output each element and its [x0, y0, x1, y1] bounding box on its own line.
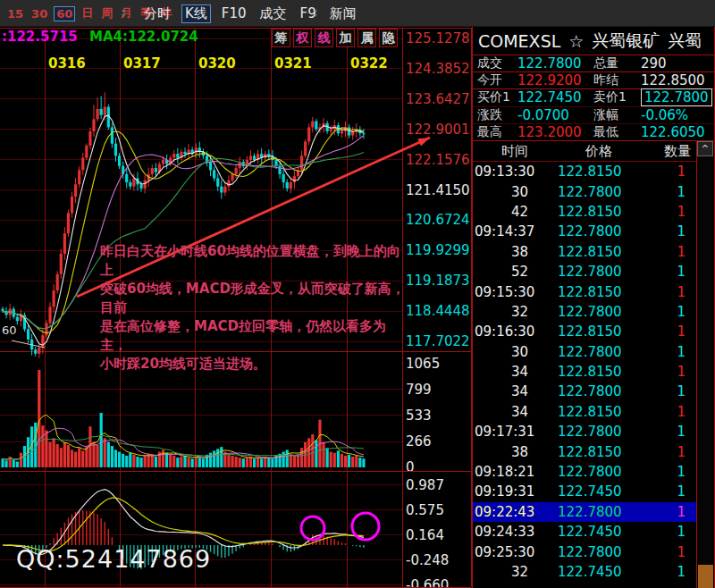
trade-row[interactable]: 09:14:37122.78001 — [473, 222, 698, 241]
quote-row: 涨跌-0.0700涨幅-0.06% — [473, 107, 714, 124]
scrollbar[interactable]: ^ — [696, 141, 713, 588]
overlay-button-list: 筹权线加属隐 — [272, 29, 398, 47]
period-15[interactable]: 15 — [5, 7, 25, 21]
period-30[interactable]: 30 — [29, 7, 49, 21]
macd-axis-label: -0.248 — [406, 552, 449, 568]
period-日[interactable]: 日 — [80, 5, 95, 21]
trade-row[interactable]: 09:24:33122.74501 — [473, 522, 698, 542]
price-axis-label: 123.6427 — [406, 91, 470, 107]
quote-panel-header: COMEXSL ☆ 兴蜀银矿 兴蜀 — [473, 27, 714, 55]
highlight-circle — [352, 513, 379, 540]
overlay-button-权[interactable]: 权 — [293, 29, 312, 47]
annotation-line: 突破60均线，MACD形成金叉，从而突破了新高，目前 — [100, 280, 409, 317]
price-axis-label: 117.7022 — [406, 333, 470, 349]
trade-row[interactable]: 38122.81501 — [473, 242, 698, 262]
trade-row[interactable]: 09:25:30122.78001 — [473, 542, 698, 561]
date-label: 0316 — [48, 55, 86, 71]
quote-label-涨跌: 涨跌 — [473, 107, 517, 123]
price-axis-label: 119.1873 — [406, 273, 470, 289]
quote-row: 今开122.9200昨结122.8500 — [473, 72, 714, 89]
trade-row[interactable]: 38122.81501 — [473, 441, 698, 461]
price-axis-label: 124.3852 — [406, 61, 470, 77]
trading-app-window: 153060日周月季年 ▴▾ 分时K线F10成交F9新闻 ▴▾ ▴▾ 125.1… — [0, 0, 715, 588]
ma-info-row: :122.5715 MA4:122.0724 筹权线加属隐 — [2, 29, 470, 50]
quote-label-今开: 今开 — [473, 72, 517, 88]
date-label: 0320 — [198, 55, 236, 71]
volume-axis-label: 1065 — [406, 356, 440, 372]
chart-area: 125.1278124.3852123.6427122.9001122.1576… — [0, 27, 472, 588]
ma4-value: MA4:122.0724 — [89, 29, 198, 45]
dropdown-arrows-icon[interactable]: ▴▾ — [349, 7, 357, 18]
trade-row[interactable]: 42122.81501 — [473, 202, 698, 222]
overlay-button-线[interactable]: 线 — [315, 29, 333, 47]
quote-label-成交: 成交 — [473, 55, 517, 71]
trade-row[interactable]: 09:15:30122.81501 — [473, 281, 698, 301]
price-axis-label: 122.1576 — [406, 152, 470, 168]
quote-label-总量: 总量 — [589, 55, 641, 71]
scroll-up-icon[interactable]: ^ — [697, 141, 713, 156]
trade-list: 09:13:30122.8150130122.7800142122.815010… — [473, 162, 698, 582]
star-icon[interactable]: ☆ — [568, 31, 584, 51]
trade-row[interactable]: 30122.78001 — [473, 181, 698, 201]
trade-row[interactable]: 52122.78001 — [473, 262, 698, 281]
overlay-button-隐[interactable]: 隐 — [379, 29, 398, 47]
trade-row[interactable]: 34122.81501 — [473, 362, 698, 382]
col-price: 价格 — [568, 143, 630, 160]
macd-axis-label: -0.660 — [406, 577, 449, 588]
quote-label-买价1: 买价1 — [473, 89, 517, 105]
volume-axis-label: 533 — [406, 407, 432, 424]
dropdown-arrows-icon[interactable]: ▴▾ — [120, 7, 127, 18]
quote-value-买价1: 122.7450 — [517, 89, 589, 105]
trade-row[interactable]: 34122.81501 — [473, 402, 698, 422]
col-time: 时间 — [473, 143, 528, 160]
period-60[interactable]: 60 — [54, 6, 75, 21]
view-F10[interactable]: F10 — [219, 5, 249, 21]
trade-row[interactable]: 09:17:31122.78001 — [473, 422, 698, 441]
quote-label-昨结: 昨结 — [589, 72, 641, 88]
trade-row[interactable]: 09:19:31122.74501 — [473, 482, 698, 501]
view-K线[interactable]: K线 — [181, 4, 211, 23]
quote-value-总量: 290 — [641, 55, 714, 71]
annotation-line: 是在高位修整，MACD拉回零轴，仍然以看多为主， — [100, 317, 409, 355]
view-分时[interactable]: 分时 — [141, 5, 173, 22]
quote-value-涨跌: -0.0700 — [517, 107, 589, 123]
quote-value-昨结: 122.8500 — [641, 72, 714, 88]
volume-axis-label: 266 — [406, 433, 432, 449]
trade-row[interactable]: 34122.78001 — [473, 382, 698, 401]
quote-panel: COMEXSL ☆ 兴蜀银矿 兴蜀 成交122.7800总量290今开122.9… — [472, 27, 715, 588]
trade-row[interactable]: 09:13:30122.81501 — [473, 162, 698, 181]
price-axis-label: 121.4150 — [406, 182, 470, 198]
quote-value-今开: 122.9200 — [517, 72, 589, 88]
trade-row[interactable]: 09:18:21122.78001 — [473, 462, 698, 482]
quote-label-最低: 最低 — [589, 124, 641, 140]
price-axis-label: 122.9001 — [406, 122, 470, 138]
overlay-button-属[interactable]: 属 — [358, 29, 376, 47]
trade-row[interactable]: 30122.78001 — [473, 342, 698, 362]
quote-label-卖价1: 卖价1 — [589, 89, 641, 105]
volume-axis-label: 799 — [406, 382, 432, 398]
overlay-button-筹[interactable]: 筹 — [272, 29, 290, 47]
view-成交[interactable]: 成交 — [257, 5, 290, 22]
trade-row[interactable]: 32122.78001 — [473, 302, 698, 322]
trade-row[interactable]: 09:22:43122.78001 — [473, 502, 698, 522]
period-周[interactable]: 周 — [99, 5, 114, 21]
overlay-button-加[interactable]: 加 — [336, 29, 355, 47]
quote-value-最低: 122.6050 — [641, 124, 714, 140]
volume-axis-label: 0 — [406, 459, 415, 475]
quote-row: 成交122.7800总量290 — [473, 55, 714, 72]
trade-table-header: 时间 价格 数量 — [473, 141, 698, 162]
scroll-thumb[interactable] — [698, 565, 713, 588]
view-list: 分时K线F10成交F9新闻 — [141, 0, 359, 27]
macd-axis-label: 0.987 — [406, 477, 444, 493]
quote-row: 买价1122.7450卖价1122.7800 — [473, 89, 714, 106]
dropdown-arrows-icon[interactable]: ▴▾ — [312, 7, 319, 18]
col-qty: 数量 — [630, 143, 698, 160]
quote-row: 最高123.2000最低122.6050 — [473, 124, 714, 141]
symbol-code: COMEXSL — [478, 31, 560, 51]
trade-row[interactable]: 09:16:30122.81501 — [473, 322, 698, 341]
ma3-value: :122.5715 — [2, 29, 78, 45]
quote-label-最高: 最高 — [473, 124, 517, 140]
quote-value-卖价1: 122.7800 — [641, 89, 714, 105]
price-axis-label: 118.4448 — [406, 303, 470, 319]
trade-row[interactable]: 32122.74501 — [473, 562, 698, 582]
